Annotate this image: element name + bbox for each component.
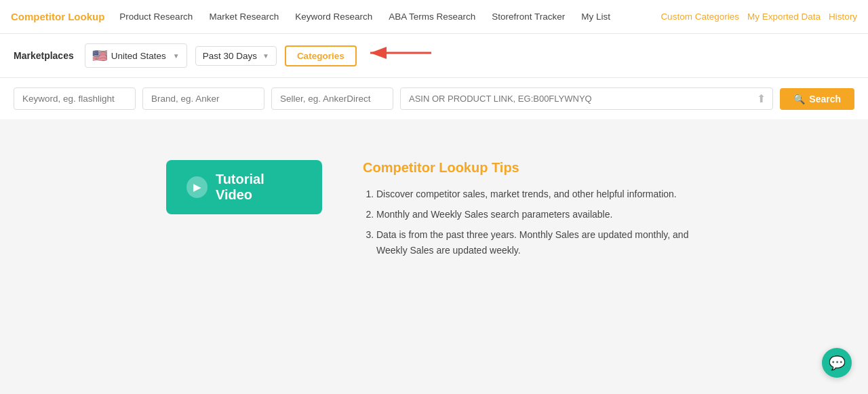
nav-storefront-tracker[interactable]: Storefront Tracker [485,7,572,26]
red-arrow-annotation [363,39,438,66]
nav-aba-terms[interactable]: ABA Terms Research [382,7,482,26]
tips-list: Discover competitor sales, market trends… [363,186,702,259]
nav-market-research[interactable]: Market Research [202,7,285,26]
nav-keyword-research[interactable]: Keyword Research [288,7,379,26]
search-icon: 🔍 [793,94,805,104]
list-item: Monthly and Weekly Sales search paramete… [376,207,702,223]
search-button[interactable]: 🔍 Search [780,88,854,110]
nav-right: Custom Categories My Exported Data Histo… [660,12,857,22]
upload-icon: ⬆ [750,92,772,105]
tutorial-video-button[interactable]: ▶ Tutorial Video [166,160,322,214]
chat-icon: 💬 [829,355,846,363]
tutorial-video-label: Tutorial Video [216,172,302,203]
list-item: Data is from the past three years. Month… [376,227,702,260]
nav-my-exported-data[interactable]: My Exported Data [747,12,821,22]
brand-input[interactable] [142,87,264,110]
categories-button[interactable]: Categories [285,45,357,66]
nav-brand[interactable]: Competitor Lookup [11,11,104,22]
filter-bar: Marketplaces 🇺🇸 United States ▼ Past 30 … [0,34,868,78]
time-period-dropdown[interactable]: Past 30 Days ▼ [195,46,277,66]
navbar: Competitor Lookup Product Research Marke… [0,0,868,34]
time-period-chevron-icon: ▼ [262,52,269,60]
main-content: ▶ Tutorial Video Competitor Lookup Tips … [0,119,868,363]
nav-my-list[interactable]: My List [574,7,617,26]
list-item: Discover competitor sales, market trends… [376,186,702,203]
nav-history[interactable]: History [829,12,857,22]
marketplace-dropdown[interactable]: 🇺🇸 United States ▼ [85,43,187,68]
nav-custom-categories[interactable]: Custom Categories [660,12,739,22]
marketplaces-label: Marketplaces [14,50,74,61]
asin-input-wrap: ⬆ [400,87,773,110]
tips-section: Competitor Lookup Tips Discover competit… [363,160,702,263]
play-icon: ▶ [186,176,208,198]
asin-input[interactable] [401,88,750,109]
seller-input[interactable] [271,87,393,110]
keyword-input[interactable] [14,87,136,110]
time-period-value: Past 30 Days [203,51,257,61]
categories-wrap: Categories [285,45,357,66]
nav-product-research[interactable]: Product Research [113,7,199,26]
tips-title: Competitor Lookup Tips [363,160,702,176]
search-bar: ⬆ 🔍 Search [0,78,868,119]
marketplace-value: United States [111,51,166,61]
marketplace-chevron-icon: ▼ [173,52,180,60]
us-flag-icon: 🇺🇸 [92,48,107,63]
search-button-label: Search [809,94,841,104]
